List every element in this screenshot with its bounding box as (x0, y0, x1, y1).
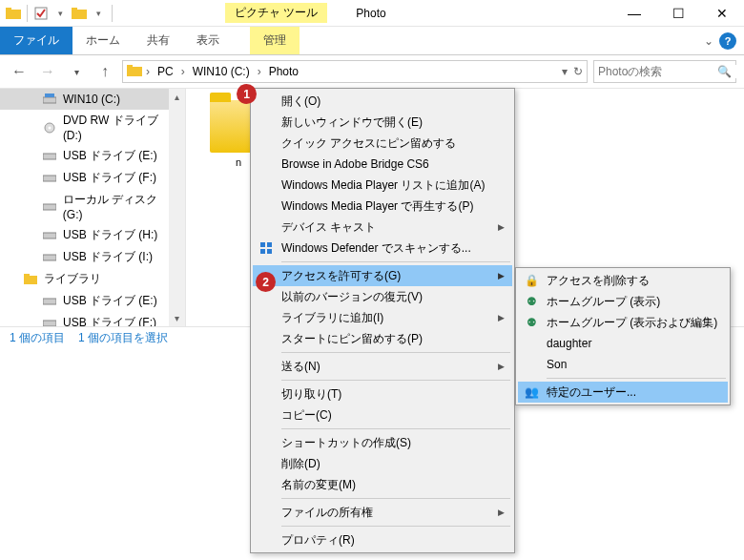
svg-rect-6 (127, 65, 133, 68)
svg-point-10 (48, 126, 51, 129)
svg-rect-18 (43, 299, 56, 304)
breadcrumb-pc[interactable]: PC (154, 65, 177, 78)
breadcrumb-drive[interactable]: WIN10 (C:) (189, 65, 254, 78)
callout-badge-1: 1 (237, 84, 257, 104)
tree-item-label: USB ドライブ (I:) (63, 249, 153, 265)
ctx-defender-label: Windows Defender でスキャンする... (281, 240, 471, 257)
ctx-delete[interactable]: 削除(D) (253, 453, 512, 474)
scroll-up-icon[interactable]: ▴ (169, 89, 185, 105)
refresh-icon[interactable]: ↻ (573, 65, 583, 78)
chevron-down-icon[interactable]: ▾ (91, 6, 106, 21)
ctx-restore-previous[interactable]: 以前のバージョンの復元(V) (253, 286, 512, 307)
tree-item[interactable]: DVD RW ドライブ (D:) (0, 110, 185, 145)
back-button[interactable]: ← (8, 60, 31, 83)
sub-son[interactable]: Son (518, 354, 728, 375)
svg-rect-17 (24, 274, 30, 277)
tree-item[interactable]: WIN10 (C:) (0, 89, 185, 110)
help-icon[interactable]: ? (719, 32, 736, 50)
svg-rect-21 (267, 242, 272, 247)
ctx-open[interactable]: 開く(O) (253, 91, 512, 112)
scroll-down-icon[interactable]: ▾ (169, 310, 185, 326)
sub-specific-user[interactable]: 👥 特定のユーザー... (518, 382, 728, 403)
separator (281, 380, 510, 381)
sub-remove-access-label: アクセスを削除する (547, 273, 650, 289)
lib-icon (23, 272, 38, 287)
usb-icon (42, 294, 57, 309)
disk-icon (42, 92, 57, 107)
scrollbar[interactable]: ▴ ▾ (169, 89, 185, 326)
ctx-create-shortcut[interactable]: ショートカットの作成(S) (253, 432, 512, 453)
chevron-right-icon[interactable]: › (146, 65, 150, 78)
tab-file[interactable]: ファイル (0, 27, 72, 54)
recent-dropdown[interactable]: ▾ (65, 60, 88, 83)
tab-home[interactable]: ホーム (72, 27, 134, 54)
search-box[interactable]: 🔍 (593, 60, 736, 83)
sub-daughter[interactable]: daughter (518, 333, 728, 354)
quick-access-toolbar: ▾ ▾ (0, 5, 120, 22)
up-button[interactable]: ↑ (93, 60, 116, 83)
ctx-open-new-window[interactable]: 新しいウィンドウで開く(E) (253, 112, 512, 133)
tree-item[interactable]: USB ドライブ (E:) (0, 145, 185, 167)
forward-button[interactable]: → (36, 60, 59, 83)
chevron-down-icon[interactable]: ▾ (52, 6, 68, 21)
tree-item[interactable]: ローカル ディスク (G:) (0, 189, 185, 224)
svg-rect-23 (267, 249, 272, 254)
ctx-pin-start[interactable]: スタートにピン留めする(P) (253, 328, 512, 349)
tree-item[interactable]: USB ドライブ (I:) (0, 246, 185, 268)
sub-remove-access[interactable]: 🔒 アクセスを削除する (518, 270, 728, 291)
tab-view[interactable]: 表示 (183, 27, 233, 54)
maximize-button[interactable]: ☐ (656, 0, 700, 27)
tab-share[interactable]: 共有 (134, 27, 183, 54)
svg-rect-11 (43, 154, 56, 159)
breadcrumb-folder[interactable]: Photo (265, 65, 302, 78)
usb-icon (42, 316, 57, 327)
ctx-browse-bridge[interactable]: Browse in Adobe Bridge CS6 (253, 154, 512, 175)
ribbon: ファイル ホーム 共有 表示 管理 ⌄ ? (0, 27, 744, 55)
ctx-rename[interactable]: 名前の変更(M) (253, 474, 512, 495)
close-button[interactable]: ✕ (700, 0, 744, 27)
tree-item[interactable]: USB ドライブ (F:) (0, 167, 185, 189)
svg-rect-1 (6, 8, 11, 10)
tree-item-label: WIN10 (C:) (63, 93, 120, 106)
chevron-right-icon[interactable]: › (258, 65, 261, 78)
tree-item[interactable]: ライブラリ (0, 268, 185, 290)
svg-rect-12 (43, 176, 56, 181)
chevron-right-icon[interactable]: › (181, 65, 185, 78)
share-icon: ⚉ (524, 315, 539, 330)
tree-item-label: USB ドライブ (F:) (63, 315, 156, 326)
sub-homegroup-edit[interactable]: ⚉ ホームグループ (表示および編集) (518, 312, 728, 333)
breadcrumb-bar[interactable]: › PC › WIN10 (C:) › Photo ▾ ↻ (122, 60, 588, 83)
ctx-cut[interactable]: 切り取り(T) (253, 384, 512, 404)
lock-icon: 🔒 (524, 273, 539, 288)
contextual-tab-label: ピクチャ ツール (225, 3, 327, 23)
chevron-down-icon[interactable]: ⌄ (704, 34, 713, 48)
usb-icon (42, 250, 57, 265)
ctx-wmp-play[interactable]: Windows Media Player で再生する(P) (253, 196, 512, 217)
dropdown-icon[interactable]: ▾ (562, 65, 568, 78)
ctx-add-library[interactable]: ライブラリに追加(I) (253, 307, 512, 328)
svg-rect-4 (72, 8, 77, 10)
tree-item[interactable]: USB ドライブ (F:) (0, 312, 185, 326)
ctx-wmp-add[interactable]: Windows Media Player リストに追加(A) (253, 175, 512, 196)
sub-homegroup-view[interactable]: ⚉ ホームグループ (表示) (518, 291, 728, 312)
tree-item[interactable]: USB ドライブ (H:) (0, 224, 185, 246)
ctx-file-ownership[interactable]: ファイルの所有権 (253, 502, 512, 523)
ctx-copy[interactable]: コピー(C) (253, 404, 512, 425)
ctx-grant-access[interactable]: アクセスを許可する(G) (253, 265, 512, 286)
separator (112, 5, 113, 22)
sub-homegroup-edit-label: ホームグループ (表示および編集) (547, 315, 717, 331)
ctx-send-to[interactable]: 送る(N) (253, 356, 512, 377)
folder-icon (127, 64, 142, 80)
svg-rect-5 (127, 67, 142, 76)
checkbox-icon[interactable] (33, 6, 49, 21)
svg-rect-19 (43, 321, 56, 326)
minimize-button[interactable]: — (612, 0, 656, 27)
svg-rect-8 (45, 93, 54, 97)
ctx-pin-quick-access[interactable]: クイック アクセスにピン留めする (253, 133, 512, 154)
ctx-device-cast[interactable]: デバイス キャスト (253, 217, 512, 238)
tree-item[interactable]: USB ドライブ (E:) (0, 290, 185, 312)
ctx-defender-scan[interactable]: Windows Defender でスキャンする... (253, 238, 512, 259)
ctx-properties[interactable]: プロパティ(R) (253, 529, 512, 550)
tab-manage[interactable]: 管理 (250, 27, 300, 54)
separator (281, 428, 510, 429)
